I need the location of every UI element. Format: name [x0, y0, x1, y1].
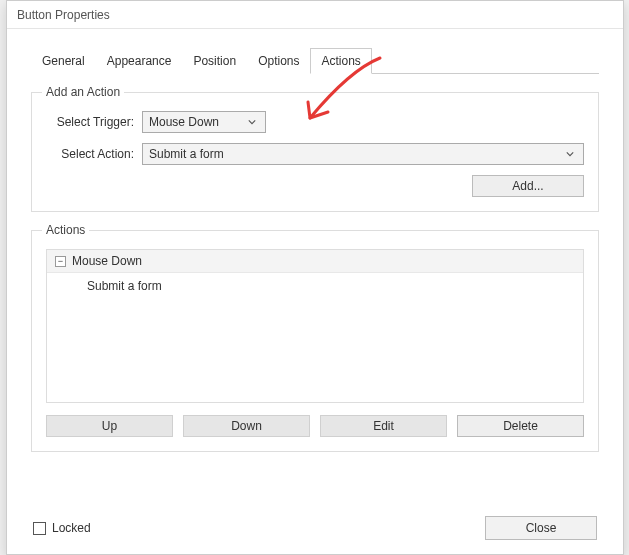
action-label: Select Action: [46, 147, 142, 161]
action-buttons-row: Up Down Edit Delete [46, 415, 584, 437]
tree-parent-label: Mouse Down [72, 254, 142, 268]
tab-options[interactable]: Options [247, 48, 310, 74]
tab-actions[interactable]: Actions [310, 48, 371, 74]
close-button[interactable]: Close [485, 516, 597, 540]
trigger-value: Mouse Down [149, 115, 219, 129]
titlebar: Button Properties [7, 1, 623, 29]
tree-parent-row[interactable]: − Mouse Down [47, 250, 583, 273]
tab-position[interactable]: Position [182, 48, 247, 74]
tab-strip: General Appearance Position Options Acti… [31, 47, 599, 74]
trigger-row: Select Trigger: Mouse Down [46, 111, 584, 133]
actions-fieldset: Actions − Mouse Down Submit a form Up Do… [31, 230, 599, 452]
add-action-legend: Add an Action [42, 85, 124, 99]
tree-child-row[interactable]: Submit a form [47, 273, 583, 299]
dialog-window: Button Properties General Appearance Pos… [6, 0, 624, 555]
chevron-down-icon [243, 115, 261, 129]
edit-button[interactable]: Edit [320, 415, 447, 437]
tab-appearance[interactable]: Appearance [96, 48, 183, 74]
checkbox-icon [33, 522, 46, 535]
collapse-icon[interactable]: − [55, 256, 66, 267]
action-select[interactable]: Submit a form [142, 143, 584, 165]
tab-general[interactable]: General [31, 48, 96, 74]
window-title: Button Properties [17, 8, 110, 22]
action-value: Submit a form [149, 147, 224, 161]
locked-label: Locked [52, 521, 91, 535]
tree-child-label: Submit a form [87, 279, 162, 293]
up-button[interactable]: Up [46, 415, 173, 437]
actions-legend: Actions [42, 223, 89, 237]
down-button[interactable]: Down [183, 415, 310, 437]
add-button[interactable]: Add... [472, 175, 584, 197]
trigger-select[interactable]: Mouse Down [142, 111, 266, 133]
add-button-row: Add... [46, 175, 584, 197]
content-area: General Appearance Position Options Acti… [7, 29, 623, 484]
dialog-footer: Locked Close [7, 516, 623, 554]
actions-tree[interactable]: − Mouse Down Submit a form [46, 249, 584, 403]
delete-button[interactable]: Delete [457, 415, 584, 437]
action-row: Select Action: Submit a form [46, 143, 584, 165]
locked-checkbox[interactable]: Locked [33, 521, 91, 535]
chevron-down-icon [561, 147, 579, 161]
add-action-fieldset: Add an Action Select Trigger: Mouse Down… [31, 92, 599, 212]
trigger-label: Select Trigger: [46, 115, 142, 129]
